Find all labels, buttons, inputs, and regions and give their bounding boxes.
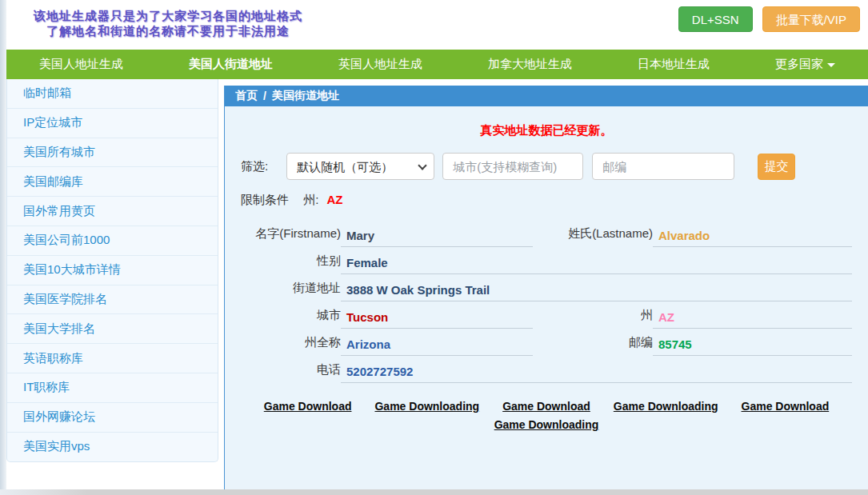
- nav-item-us-street-address[interactable]: 美国人街道地址: [189, 57, 273, 72]
- game-download-link-3[interactable]: Game Download: [502, 400, 590, 413]
- phone-value: 5202727592: [341, 356, 852, 383]
- zipcode-label: 邮编: [533, 329, 653, 356]
- zipcode-input[interactable]: [592, 153, 734, 180]
- breadcrumb-current: 美国街道地址: [272, 89, 339, 103]
- nav-item-us-address-generator[interactable]: 美国人地址生成: [39, 57, 123, 72]
- page: 该地址生成器只是为了大家学习各国的地址格式 了解地名和街道的名称请不要用于非法用…: [0, 0, 868, 495]
- firstname-label: 名字(Firstname): [234, 220, 341, 247]
- sidebar-item-it-titles-db[interactable]: IT职称库: [7, 373, 218, 403]
- game-download-link-1[interactable]: Game Download: [264, 400, 352, 413]
- batch-download-vip-button[interactable]: 批量下载/VIP: [762, 6, 860, 32]
- constraint-field-label: 州:: [303, 193, 318, 206]
- site-header: 该地址生成器只是为了大家学习各国的地址格式 了解地名和街道的名称请不要用于非法用…: [6, 0, 868, 50]
- game-download-link-4[interactable]: Game Downloading: [614, 400, 718, 413]
- gender-label: 性别: [234, 247, 341, 274]
- state-fullname-label: 州全称: [234, 329, 341, 356]
- sidebar-item-us-practical-vps[interactable]: 美国实用vps: [7, 433, 218, 462]
- sidebar-item-all-us-cities[interactable]: 美国所有城市: [7, 138, 218, 168]
- gender-value: Female: [341, 247, 852, 274]
- firstname-value: Mary: [341, 220, 533, 247]
- sidebar-item-temp-email[interactable]: 临时邮箱: [7, 79, 218, 109]
- nav-item-canada-address-generator[interactable]: 加拿大地址生成: [488, 57, 572, 72]
- game-links-row-2: Game Downloading: [225, 418, 868, 431]
- city-value: Tucson: [341, 301, 533, 329]
- disclaimer-text: 该地址生成器只是为了大家学习各国的地址格式 了解地名和街道的名称请不要用于非法用…: [34, 8, 302, 38]
- street-address-label: 街道地址: [234, 274, 341, 301]
- main-nav: 美国人地址生成 美国人街道地址 英国人地址生成 加拿大地址生成 日本地址生成 更…: [6, 50, 868, 79]
- sidebar-item-us-medschool-rank[interactable]: 美国医学院排名: [7, 285, 218, 315]
- lastname-label: 姓氏(Lastname): [533, 220, 653, 247]
- site-container: 该地址生成器只是为了大家学习各国的地址格式 了解地名和街道的名称请不要用于非法用…: [6, 0, 868, 489]
- game-links-row-1: Game Download Game Downloading Game Down…: [225, 400, 868, 413]
- sidebar-item-us-top10-cities[interactable]: 美国10大城市详情: [7, 256, 218, 285]
- state-value: AZ: [653, 301, 852, 329]
- breadcrumb: 首页 / 美国街道地址: [225, 86, 868, 106]
- address-fields: 名字(Firstname) Mary 姓氏(Lastname) Alvarado…: [234, 220, 852, 383]
- nav-item-uk-address-generator[interactable]: 英国人地址生成: [338, 57, 422, 72]
- city-label: 城市: [234, 301, 341, 329]
- city-search-input[interactable]: [442, 153, 583, 180]
- state-label: 州: [533, 301, 653, 329]
- sidebar-item-ip-locate-city[interactable]: IP定位城市: [7, 109, 218, 138]
- constraint-row: 限制条件 州: AZ: [241, 193, 868, 210]
- header-buttons: DL+SSN 批量下载/VIP: [678, 6, 860, 32]
- zipcode-value: 85745: [653, 329, 852, 356]
- filter-label: 筛选:: [241, 159, 268, 174]
- sidebar-item-us-top1000-companies[interactable]: 美国公司前1000: [7, 226, 218, 256]
- state-select-wrap: 默认随机（可选）: [286, 153, 434, 180]
- caret-down-icon: [827, 63, 835, 67]
- submit-button[interactable]: 提交: [758, 154, 795, 180]
- game-download-link-6[interactable]: Game Downloading: [494, 418, 599, 431]
- sidebar-item-foreign-yellowpages[interactable]: 国外常用黄页: [7, 197, 218, 226]
- street-address-value: 3888 W Oak Springs Trail: [341, 274, 852, 301]
- sidebar-menu: 临时邮箱 IP定位城市 美国所有城市 美国邮编库 国外常用黄页 美国公司前100…: [6, 79, 218, 462]
- constraint-label: 限制条件: [241, 193, 289, 206]
- dl-ssn-button[interactable]: DL+SSN: [678, 6, 753, 32]
- page-bottom-edge: [0, 489, 868, 495]
- sidebar-item-foreign-moneymaking-forum[interactable]: 国外网赚论坛: [7, 403, 218, 433]
- constraint-state-value: AZ: [327, 193, 343, 206]
- breadcrumb-separator: /: [263, 90, 266, 102]
- filter-bar: 筛选: 默认随机（可选） 提交: [241, 153, 868, 180]
- breadcrumb-home-link[interactable]: 首页: [235, 89, 258, 103]
- nav-more-countries-label: 更多国家: [775, 57, 823, 70]
- nav-item-more-countries[interactable]: 更多国家: [775, 57, 835, 72]
- nav-item-japan-address-generator[interactable]: 日本地址生成: [638, 57, 710, 72]
- disclaimer-line-2: 了解地名和街道的名称请不要用于非法用途: [34, 23, 302, 38]
- sidebar-item-us-zipcode-db[interactable]: 美国邮编库: [7, 167, 218, 197]
- page-left-edge: [0, 0, 6, 489]
- game-download-link-5[interactable]: Game Download: [742, 400, 830, 413]
- main-content: 首页 / 美国街道地址 真实地址数据已经更新。 筛选: 默认随机（可选） 提交 …: [224, 86, 868, 489]
- phone-label: 电话: [234, 356, 341, 383]
- sidebar-item-english-titles-db[interactable]: 英语职称库: [7, 344, 218, 373]
- state-fullname-value: Arizona: [341, 329, 533, 356]
- sidebar-item-us-university-rank[interactable]: 美国大学排名: [7, 314, 218, 344]
- disclaimer-line-1: 该地址生成器只是为了大家学习各国的地址格式: [34, 8, 302, 23]
- random-state-select[interactable]: 默认随机（可选）: [286, 153, 434, 180]
- game-download-link-2[interactable]: Game Downloading: [374, 400, 479, 413]
- update-notice: 真实地址数据已经更新。: [225, 123, 868, 139]
- lastname-value: Alvarado: [653, 220, 852, 247]
